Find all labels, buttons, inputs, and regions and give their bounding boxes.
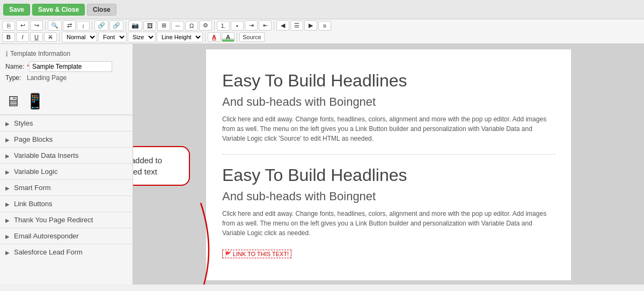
font-select[interactable]: Font	[98, 32, 127, 42]
tb-align-justify-icon[interactable]: ≡	[318, 21, 331, 31]
save-button[interactable]: Save	[3, 4, 30, 16]
accordion-item-link-buttons: ▶ Link Buttons	[0, 195, 133, 212]
save-close-button[interactable]: Save & Close	[32, 4, 85, 16]
tb-media-icon[interactable]: 🖼	[143, 21, 156, 31]
tb-strikethrough-button[interactable]: X	[44, 32, 57, 42]
toolbar-divider-6	[59, 32, 60, 42]
editor-area[interactable]: Anchor added to highlighted text Easy To…	[133, 44, 644, 285]
main-layout: ℹ Template Information Name: * Type: Lan…	[0, 44, 644, 285]
style-select[interactable]: Normal	[62, 32, 97, 42]
arrow-icon-styles: ▶	[5, 121, 11, 126]
arrow-icon-page-blocks: ▶	[5, 137, 11, 142]
arrow-icon-smart-form: ▶	[5, 185, 11, 191]
accordion-header-salesforce[interactable]: ▶ Salesforce Lead Form	[0, 244, 133, 260]
type-label: Type:	[5, 74, 27, 82]
tb-outdent-icon[interactable]: ⇤	[259, 20, 272, 31]
tb-special-char-icon[interactable]: Ω	[185, 21, 198, 31]
type-field-row: Type: Landing Page	[5, 74, 127, 82]
tb-align-left-icon[interactable]: ◀	[276, 20, 289, 31]
accordion-header-page-blocks[interactable]: ▶ Page Blocks	[0, 132, 133, 147]
tb-list-unordered-icon[interactable]: •	[231, 21, 244, 31]
name-field-row: Name: *	[5, 61, 127, 72]
accordion-item-page-blocks: ▶ Page Blocks	[0, 131, 133, 147]
section1-body[interactable]: Click here and edit away. Change fonts, …	[222, 114, 555, 143]
tb-bold-button[interactable]: B	[2, 32, 15, 42]
accordion-item-styles: ▶ Styles	[0, 115, 133, 131]
content-section-1[interactable]: Easy To Build Headlines And sub-heads wi…	[222, 60, 555, 155]
name-label: Name:	[5, 63, 27, 70]
close-button[interactable]: Close	[87, 4, 116, 16]
accordion: ▶ Styles ▶ Page Blocks ▶ Variable Data I…	[0, 115, 133, 260]
top-toolbar: Save Save & Close Close	[0, 0, 644, 19]
toolbar-divider-8	[237, 32, 237, 42]
tb-settings-icon[interactable]: ⚙	[199, 20, 212, 31]
toolbar-divider-2	[92, 21, 92, 31]
section1-subhead[interactable]: And sub-heads with Boingnet	[222, 95, 555, 109]
section2-headline[interactable]: Easy To Build Headlines	[222, 165, 555, 185]
tb-underline-button[interactable]: U	[30, 32, 43, 42]
size-select[interactable]: Size	[128, 32, 156, 42]
toolbar-divider-7	[205, 32, 206, 42]
tb-align-right-icon[interactable]: ▶	[304, 20, 317, 31]
tb-link-icon[interactable]: 🔗	[94, 20, 108, 31]
arrow-icon-email-auto: ▶	[5, 234, 11, 239]
template-info-title: ℹ Template Information	[5, 49, 127, 58]
accordion-header-variable-logic[interactable]: ▶ Variable Logic	[0, 164, 133, 179]
accordion-item-thank-you: ▶ Thank You Page Redirect	[0, 212, 133, 228]
tb-image-icon[interactable]: 📷	[128, 20, 142, 31]
toolbar-divider-5	[274, 21, 274, 31]
tb-select-icon[interactable]: ↕	[77, 21, 90, 31]
section1-headline[interactable]: Easy To Build Headlines	[222, 71, 555, 91]
tb-italic-button[interactable]: I	[16, 32, 29, 42]
tb-list-ordered-icon[interactable]: 1.	[217, 21, 230, 31]
desktop-icon[interactable]: 🖥	[5, 92, 20, 110]
tb-hr-icon[interactable]: ─	[171, 21, 184, 31]
accordion-item-variable-logic: ▶ Variable Logic	[0, 163, 133, 179]
line-height-select[interactable]: Line Height	[157, 32, 203, 42]
tb-clipboard-icon[interactable]: ⎘	[2, 21, 15, 31]
tb-redo-icon[interactable]: ↪	[30, 20, 43, 31]
accordion-header-link-buttons[interactable]: ▶ Link Buttons	[0, 196, 133, 212]
tb-table-icon[interactable]: ⊞	[157, 20, 170, 31]
accordion-item-smart-form: ▶ Smart Form	[0, 179, 133, 195]
tb-replace-icon[interactable]: ⇄	[63, 20, 76, 31]
tb-bg-color-button[interactable]: A	[222, 32, 235, 42]
template-info-section: ℹ Template Information Name: * Type: Lan…	[0, 47, 133, 88]
tb-find-icon[interactable]: 🔍	[48, 20, 62, 31]
tb-undo-icon[interactable]: ↩	[16, 20, 29, 31]
toolbar-divider-4	[214, 21, 215, 31]
tb-unlink-icon[interactable]: 🔗	[109, 20, 123, 31]
type-value: Landing Page	[27, 74, 67, 82]
arrow-icon-variable-logic: ▶	[5, 169, 11, 174]
accordion-header-thank-you[interactable]: ▶ Thank You Page Redirect	[0, 212, 133, 228]
tb-align-center-icon[interactable]: ☰	[290, 20, 303, 31]
anchor-link[interactable]: LINK TO THIS TEXT!	[222, 250, 291, 258]
callout-arrow-svg	[133, 187, 228, 285]
callout-tooltip: Anchor added to highlighted text	[133, 146, 190, 186]
section2-subhead[interactable]: And sub-heads with Boingnet	[222, 190, 555, 203]
accordion-item-variable-data: ▶ Variable Data Inserts	[0, 147, 133, 163]
tablet-icon[interactable]: 📱	[26, 92, 45, 110]
editor-canvas: Anchor added to highlighted text Easy To…	[206, 49, 571, 280]
accordion-header-email-auto[interactable]: ▶ Email Autoresponder	[0, 228, 133, 244]
sidebar: ℹ Template Information Name: * Type: Lan…	[0, 44, 133, 285]
accordion-item-salesforce: ▶ Salesforce Lead Form	[0, 244, 133, 260]
editor-toolbar: ⎘ ↩ ↪ 🔍 ⇄ ↕ 🔗 🔗 📷 🖼 ⊞ ─ Ω ⚙ 1. • ⇥ ⇤ ◀ ☰…	[0, 19, 644, 44]
arrow-icon-thank-you: ▶	[5, 217, 11, 223]
arrow-icon-variable-data: ▶	[5, 153, 11, 158]
arrow-icon-salesforce: ▶	[5, 250, 11, 255]
section2-body[interactable]: Click here and edit away. Change fonts, …	[222, 209, 555, 238]
toolbar-divider-3	[126, 21, 126, 31]
info-icon: ℹ	[5, 49, 8, 58]
tb-source-button[interactable]: Source	[239, 32, 265, 42]
accordion-header-smart-form[interactable]: ▶ Smart Form	[0, 180, 133, 195]
arrow-icon-link-buttons: ▶	[5, 201, 11, 207]
tb-font-color-button[interactable]: A	[208, 32, 221, 42]
accordion-header-styles[interactable]: ▶ Styles	[0, 115, 133, 131]
template-name-input[interactable]	[29, 61, 112, 72]
toolbar-divider-1	[45, 21, 46, 31]
content-section-2[interactable]: Easy To Build Headlines And sub-heads wi…	[222, 155, 555, 269]
toolbar-row-1: ⎘ ↩ ↪ 🔍 ⇄ ↕ 🔗 🔗 📷 🖼 ⊞ ─ Ω ⚙ 1. • ⇥ ⇤ ◀ ☰…	[2, 20, 642, 31]
accordion-header-variable-data[interactable]: ▶ Variable Data Inserts	[0, 148, 133, 163]
tb-indent-icon[interactable]: ⇥	[245, 20, 258, 31]
